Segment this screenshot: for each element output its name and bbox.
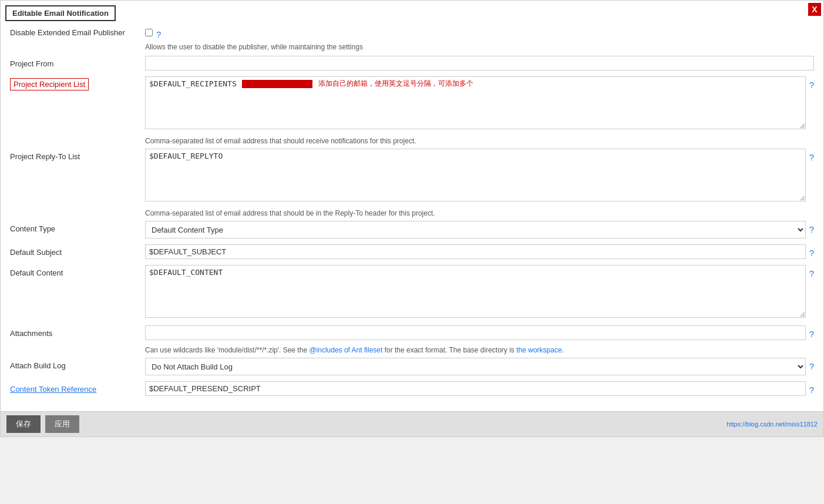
attach-build-log-wrap: Do Not Attach Build Log Attach Build Log… (145, 358, 806, 375)
attachments-hint-end: . (562, 346, 564, 354)
presend-script-input[interactable] (145, 381, 806, 396)
project-from-row: Project From (10, 56, 814, 70)
default-content-help-icon[interactable]: ? (809, 268, 814, 278)
editable-email-notification-panel: Editable Email Notification X Disable Ex… (0, 0, 824, 437)
attachments-label: Attachments (10, 325, 145, 338)
disable-checkbox-wrap (145, 29, 153, 36)
default-content-row: Default Content ? (10, 265, 814, 320)
content-token-label: Content Token Reference (10, 381, 145, 394)
reply-to-label: Project Reply-To List (10, 149, 145, 161)
recipient-hint: Comma-separated list of email address th… (145, 137, 814, 145)
default-content-wrap (145, 265, 806, 320)
content-token-row: Content Token Reference ? (10, 381, 814, 396)
close-button[interactable]: X (808, 3, 821, 16)
content-type-row: Content Type Default Content Type HTML P… (10, 221, 814, 238)
default-subject-input[interactable] (145, 244, 806, 259)
attachments-hint-before: Can use wildcards like 'module/dist/**/*… (145, 346, 309, 354)
attachments-input[interactable] (145, 325, 806, 340)
project-from-label: Project From (10, 56, 145, 68)
reply-to-wrap (145, 149, 806, 203)
default-content-label: Default Content (10, 265, 145, 277)
content-token-wrap (145, 381, 806, 396)
project-recipient-wrap: <span data-bind="project_recipient_list.… (145, 76, 806, 131)
project-recipient-row: Project Recipient List <span data-bind="… (10, 76, 814, 131)
attachments-row: Attachments ? (10, 325, 814, 340)
panel-title: Editable Email Notification (5, 5, 116, 21)
project-recipient-label-text: Project Recipient List (10, 78, 89, 90)
disable-help-icon[interactable]: ? (156, 29, 161, 39)
content-type-label: Content Type (10, 221, 145, 233)
attachments-hint: Can use wildcards like 'module/dist/**/*… (145, 346, 814, 354)
attachments-wrap (145, 325, 806, 340)
attachments-link2[interactable]: the workspace (516, 346, 561, 354)
attach-build-log-help-icon[interactable]: ? (809, 361, 814, 371)
disable-label: Disable Extended Email Publisher (10, 28, 145, 37)
reply-to-row: Project Reply-To List ? (10, 149, 814, 203)
disable-checkbox[interactable] (145, 29, 153, 36)
attachments-link1[interactable]: @includes of Ant fileset (309, 346, 382, 354)
attach-build-log-row: Attach Build Log Do Not Attach Build Log… (10, 358, 814, 375)
content-type-wrap: Default Content Type HTML Plain Text Bot… (145, 221, 806, 238)
attachments-help-icon[interactable]: ? (809, 329, 814, 339)
project-recipient-label: Project Recipient List (10, 76, 145, 89)
save-button[interactable]: 保存 (6, 415, 41, 433)
attach-build-log-select[interactable]: Do Not Attach Build Log Attach Build Log… (145, 358, 806, 375)
reply-to-help-icon[interactable]: ? (809, 152, 814, 162)
disable-row: Disable Extended Email Publisher ? (10, 26, 814, 39)
reply-to-hint: Comma-separated list of email address th… (145, 209, 814, 217)
content-token-link[interactable]: Content Token Reference (10, 385, 96, 394)
redacted-email (242, 80, 312, 88)
bottom-url: https://blog.csdn.net/miss11812 (727, 421, 818, 428)
default-subject-label: Default Subject (10, 244, 145, 257)
project-from-wrap (145, 56, 814, 70)
default-content-textarea[interactable] (145, 265, 806, 318)
content-type-help-icon[interactable]: ? (809, 224, 814, 234)
bottom-bar: 保存 应用 https://blog.csdn.net/miss11812 (1, 411, 823, 436)
attachments-hint-middle: for the exact format. The base directory… (382, 346, 516, 354)
project-from-input[interactable] (145, 56, 814, 70)
content-type-select[interactable]: Default Content Type HTML Plain Text Bot… (145, 221, 806, 238)
form-body: Disable Extended Email Publisher ? Allow… (1, 21, 823, 411)
recipient-help-icon[interactable]: ? (809, 80, 814, 90)
reply-to-textarea[interactable] (145, 149, 806, 201)
attach-build-log-label: Attach Build Log (10, 358, 145, 370)
default-subject-help-icon[interactable]: ? (809, 248, 814, 258)
content-token-help-icon[interactable]: ? (809, 385, 814, 395)
apply-button[interactable]: 应用 (45, 415, 79, 433)
default-subject-wrap (145, 244, 806, 259)
disable-hint: Allows the user to disable the publisher… (145, 43, 814, 51)
default-subject-row: Default Subject ? (10, 244, 814, 259)
